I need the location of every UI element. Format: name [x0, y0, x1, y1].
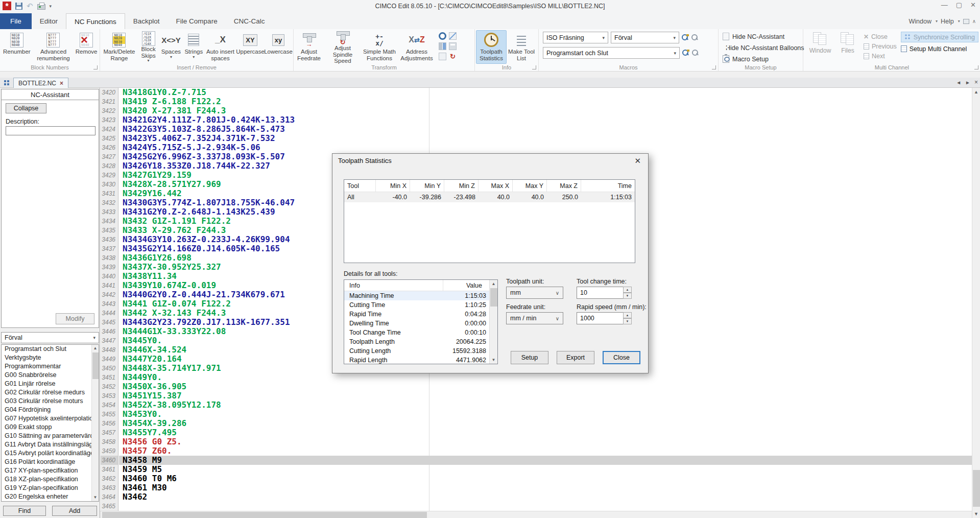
tab-backplot[interactable]: Backplot [125, 13, 168, 29]
code-line[interactable]: N3455Y7.495 [119, 428, 972, 437]
code-line[interactable]: N3449Y0. [119, 373, 972, 382]
tab-close-icon[interactable]: × [60, 80, 63, 86]
simple-math-functions-button[interactable]: +- x/ Simple Math Functions [362, 30, 397, 64]
scroll-down-icon[interactable]: ▼ [972, 510, 980, 518]
details-row[interactable]: Dwelling Time0:00:00 [344, 319, 489, 328]
macro-list-scrollbar[interactable]: ▲ ▼ [91, 345, 99, 501]
macro-list-item[interactable]: G18 XZ-plan-specifikation [2, 475, 91, 484]
macro-list-item[interactable]: G19 YZ-plan-specifikation [2, 484, 91, 492]
dialog-launcher-icon[interactable] [712, 65, 716, 69]
code-line[interactable]: N3421G2Y4.111Z-7.801J-0.424K-13.313 [119, 115, 972, 125]
mirror-tool-icon[interactable] [439, 42, 446, 50]
code-line[interactable] [119, 502, 972, 511]
macro-list-item[interactable]: G00 Snabbrörelse [2, 371, 91, 380]
macro-list-item[interactable]: G16 Polärt koordinatläge [2, 458, 91, 466]
tab-file[interactable]: File [0, 13, 32, 29]
scroll-down-icon[interactable]: ▼ [92, 494, 99, 501]
dialog-launcher-icon[interactable] [974, 65, 978, 69]
quick-access-more-icon[interactable]: ▾ [50, 4, 52, 9]
details-row[interactable]: Rapid Length4471.9062 [344, 356, 489, 365]
setup-button[interactable]: Setup [511, 351, 548, 364]
export-button[interactable]: Export [557, 351, 594, 364]
macro-list-item[interactable]: Verktygsbyte [2, 354, 91, 362]
macro-setup-button[interactable]: Macro Setup [723, 54, 801, 64]
search-macro-icon[interactable] [691, 34, 699, 41]
window-grid-icon[interactable] [4, 80, 9, 85]
macro-select-combobox[interactable]: Programstart och Slut▾ [543, 47, 680, 59]
preview-macro-icon[interactable] [692, 50, 699, 57]
mirror-diagonal-icon[interactable] [449, 32, 457, 40]
code-line[interactable]: N3452X-38.095Y12.178 [119, 401, 972, 410]
minimize-ribbon-icon[interactable] [963, 19, 969, 24]
tab-cnc-calc[interactable]: CNC-Calc [226, 13, 273, 29]
insert-macro-icon[interactable] [682, 50, 689, 57]
macro-list-item[interactable]: Programkommentar [2, 362, 91, 371]
code-line[interactable]: N3461 M30 [119, 483, 972, 492]
scroll-down-icon[interactable]: ▼ [490, 356, 497, 364]
spin-down-icon[interactable]: ▼ [623, 293, 632, 299]
code-line[interactable]: N3423Y5.406Z-7.352J4.371K-7.532 [119, 134, 972, 143]
spin-up-icon[interactable]: ▲ [623, 287, 632, 293]
macro-list-item[interactable]: G03 Cirkulär rörelse moturs [2, 397, 91, 406]
modify-button[interactable]: Modify [56, 313, 94, 324]
code-line[interactable]: N3460 T0 M6 [119, 474, 972, 483]
mark-delete-range-button[interactable]: N010 N020 N030 N040 Mark/Delete Range [101, 30, 137, 64]
close-channel-button[interactable]: ✕Close [864, 32, 897, 41]
macro-list-item[interactable]: G10 Sättning av parametervärde [2, 432, 91, 440]
macro-list-item[interactable]: G15 Avbryt polärt koordinatläge [2, 449, 91, 458]
make-tool-list-button[interactable]: Make Tool List [507, 30, 536, 64]
toolpath-statistics-button[interactable]: Toolpath Statistics [476, 30, 507, 64]
details-row[interactable]: Tool Change Time0:00:10 [344, 328, 489, 337]
code-line[interactable]: N3424Y5.715Z-5.J-2.934K-5.06 [119, 143, 972, 152]
scroll-up-icon[interactable]: ▲ [490, 280, 497, 288]
preset-combobox[interactable]: Förval ▾ [1, 332, 99, 343]
synchronize-scrolling-button[interactable]: Synchronize Scrolling [901, 32, 978, 42]
menu-window[interactable]: Window [909, 18, 931, 25]
macro-list-item[interactable]: G17 XY-plan-specifikation [2, 466, 91, 475]
uppercase-button[interactable]: XY Uppercase [236, 30, 265, 64]
add-button[interactable]: Add [52, 506, 97, 516]
code-line[interactable]: N3451Y15.387 [119, 391, 972, 401]
document-tool-icon[interactable] [439, 53, 446, 60]
code-line[interactable]: N3457 Z60. [119, 446, 972, 456]
tab-nc-functions[interactable]: NC Functions [66, 13, 125, 29]
details-row[interactable]: Machining Time1:15:03 [344, 291, 489, 300]
strings-button[interactable]: Strings ▾ [183, 30, 205, 64]
feedrate-unit-combobox[interactable]: mm / min∨ [506, 312, 563, 324]
block-skips-button[interactable]: /G1X /G2X /G3X /G4X Block Skips ▾ [137, 30, 159, 64]
code-line[interactable]: N3420 X-27.381 F244.3 [119, 106, 972, 115]
details-row[interactable]: Cutting Time1:10:25 [344, 300, 489, 310]
cimco-logo-icon[interactable]: * [3, 2, 11, 10]
macro-preset-combobox[interactable]: Förval▾ [611, 32, 679, 43]
dialog-launcher-icon[interactable] [93, 65, 98, 69]
toolpath-unit-combobox[interactable]: mm∨ [506, 287, 563, 299]
hide-nc-assistant-button[interactable]: Hide NC-Assistant [723, 32, 801, 41]
spaces-button[interactable]: X<>Y Spaces ▾ [159, 30, 182, 64]
tool-change-time-spinner[interactable]: 10 ▲▼ [577, 287, 632, 299]
details-row[interactable]: Rapid Time0:04:28 [344, 310, 489, 319]
menu-help[interactable]: Help [941, 18, 954, 25]
maximize-button[interactable]: ▢ [956, 1, 962, 9]
tab-scroll-right-icon[interactable]: ► [965, 80, 970, 86]
macro-list-item[interactable]: G01 Linjär rörelse [2, 380, 91, 388]
tab-bar-close-icon[interactable]: × [974, 80, 978, 86]
code-line[interactable]: N3418G1Y0.Z-7.715 [119, 88, 972, 97]
previous-channel-button[interactable]: Previous [864, 41, 897, 51]
files-button[interactable]: Files [836, 30, 859, 61]
macro-list-item[interactable]: G20 Engelska enheter [2, 492, 91, 501]
details-scrollbar[interactable]: ▲ ▼ [489, 280, 497, 364]
editor-vertical-scrollbar[interactable]: ▲ ▼ [972, 88, 980, 518]
code-line[interactable]: N3454X-39.286 [119, 419, 972, 428]
code-line[interactable]: N3456 G0 Z5. [119, 437, 972, 446]
macro-list-item[interactable]: Programstart och Slut [2, 345, 91, 354]
scrollbar-thumb[interactable] [92, 352, 99, 379]
scrollbar-thumb[interactable] [102, 512, 427, 518]
setup-multi-channel-button[interactable]: Setup Multi Channel [901, 43, 978, 54]
next-channel-button[interactable]: Next [864, 51, 897, 61]
adjust-spindle-speed-button[interactable]: ↻ Adjust Spindle Speed [323, 30, 362, 64]
close-dialog-button[interactable]: Close [603, 351, 640, 364]
rotate-tool-icon[interactable]: ↻ [449, 53, 457, 60]
hide-nc-assistant-balloons-button[interactable]: Hide NC-Assistant Balloons [723, 43, 801, 53]
calculator-icon[interactable] [449, 42, 457, 50]
spin-up-icon[interactable]: ▲ [623, 312, 632, 318]
